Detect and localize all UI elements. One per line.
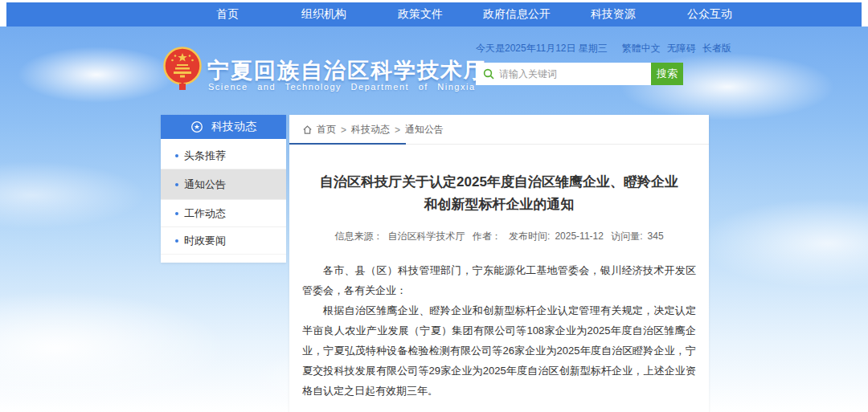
meta-views-label: 访问量: xyxy=(611,230,642,242)
nav-item-sci-tech-resources[interactable]: 科技资源 xyxy=(565,7,661,22)
bullet-icon xyxy=(175,212,178,215)
sidebar-item-notices[interactable]: 通知公告 xyxy=(161,169,286,200)
article-body: 各市、县（区）科技管理部门，宁东能源化工基地管委会，银川经济技术开发区管委会，各… xyxy=(289,260,709,401)
meta-source-label: 信息来源： xyxy=(334,230,383,242)
sidebar-item-label: 通知公告 xyxy=(184,177,226,192)
breadcrumb-home[interactable]: 首页 xyxy=(317,123,336,137)
meta-views: 345 xyxy=(648,230,664,242)
sidebar-header: 科技动态 xyxy=(161,115,286,139)
circle-star-icon xyxy=(190,120,203,133)
meta-author-label: 作者： xyxy=(473,230,502,242)
search-icon xyxy=(483,68,494,80)
breadcrumb-sci-tech-news[interactable]: 科技动态 xyxy=(351,123,390,137)
sidebar: 科技动态 头条推荐 通知公告 工作动态 时政要闻 xyxy=(161,115,286,263)
sidebar-item-label: 工作动态 xyxy=(184,206,226,221)
meta-publish-date: 2025-11-12 xyxy=(555,230,604,242)
breadcrumb: 首页 > 科技动态 > 通知公告 xyxy=(289,115,709,143)
link-traditional-chinese[interactable]: 繁體中文 xyxy=(622,42,661,55)
sidebar-item-work-updates[interactable]: 工作动态 xyxy=(161,200,286,227)
article-paragraph: 各市、县（区）科技管理部门，宁东能源化工基地管委会，银川经济技术开发区管委会，各… xyxy=(302,260,696,300)
article-paragraph: 根据自治区雏鹰企业、瞪羚企业和创新型标杆企业认定管理有关规定，决定认定半亩良人农… xyxy=(302,300,696,401)
date-row: 今天是2025年11月12日 星期三 繁體中文 无障碍 长者版 xyxy=(476,42,705,55)
search-bar: 搜索 xyxy=(476,63,683,85)
sidebar-item-current-affairs[interactable]: 时政要闻 xyxy=(161,227,286,255)
page: 首页 组织机构 政策文件 政府信息公开 科技资源 公众互动 宁夏回族自治区科学技… xyxy=(0,0,868,412)
nav-item-home[interactable]: 首页 xyxy=(179,7,276,22)
link-accessibility[interactable]: 无障碍 xyxy=(667,42,696,55)
bullet-icon xyxy=(175,239,178,243)
top-navigation: 首页 组织机构 政策文件 政府信息公开 科技资源 公众互动 xyxy=(6,2,862,27)
national-emblem-logo xyxy=(163,47,202,92)
breadcrumb-divider xyxy=(289,143,709,145)
breadcrumb-separator: > xyxy=(395,124,400,136)
article-title-line1: 自治区科技厅关于认定2025年度自治区雏鹰企业、瞪羚企业 xyxy=(312,171,686,194)
breadcrumb-notices[interactable]: 通知公告 xyxy=(405,123,444,137)
site-title: 宁夏回族自治区科学技术厅 xyxy=(207,56,487,85)
nav-item-gov-info-disclosure[interactable]: 政府信息公开 xyxy=(469,7,565,22)
sidebar-list: 头条推荐 通知公告 工作动态 时政要闻 xyxy=(161,139,286,255)
header-right: 今天是2025年11月12日 星期三 繁體中文 无障碍 长者版 搜索 xyxy=(476,42,705,85)
meta-publish-label: 发布时间: xyxy=(509,230,550,242)
article-title: 自治区科技厅关于认定2025年度自治区雏鹰企业、瞪羚企业 和创新型标杆企业的通知 xyxy=(312,171,686,216)
article-meta: 信息来源：自治区科学技术厅 作者： 发布时间:2025-11-12 访问量:34… xyxy=(289,230,709,243)
link-elderly-version[interactable]: 长者版 xyxy=(702,42,731,55)
sidebar-item-label: 头条推荐 xyxy=(184,149,226,163)
search-input[interactable] xyxy=(499,68,650,80)
meta-source: 自治区科学技术厅 xyxy=(387,230,465,242)
sidebar-item-label: 时政要闻 xyxy=(184,234,226,248)
main-content-panel: 首页 > 科技动态 > 通知公告 自治区科技厅关于认定2025年度自治区雏鹰企业… xyxy=(289,115,709,412)
search-button[interactable]: 搜索 xyxy=(651,63,683,85)
search-box xyxy=(476,63,651,85)
sidebar-title: 科技动态 xyxy=(211,120,256,134)
nav-item-policy-documents[interactable]: 政策文件 xyxy=(372,7,469,22)
bullet-icon xyxy=(175,154,178,157)
home-icon xyxy=(302,124,313,135)
sidebar-item-headlines[interactable]: 头条推荐 xyxy=(161,142,286,169)
current-date: 今天是2025年11月12日 星期三 xyxy=(476,42,608,55)
nav-item-organization[interactable]: 组织机构 xyxy=(276,7,372,22)
nav-item-public-interaction[interactable]: 公众互动 xyxy=(661,7,758,22)
breadcrumb-separator: > xyxy=(341,124,346,136)
site-subtitle-english: Science and Technology Department of Nin… xyxy=(208,82,476,92)
bullet-icon xyxy=(175,183,178,186)
article-title-line2: 和创新型标杆企业的通知 xyxy=(312,194,686,216)
